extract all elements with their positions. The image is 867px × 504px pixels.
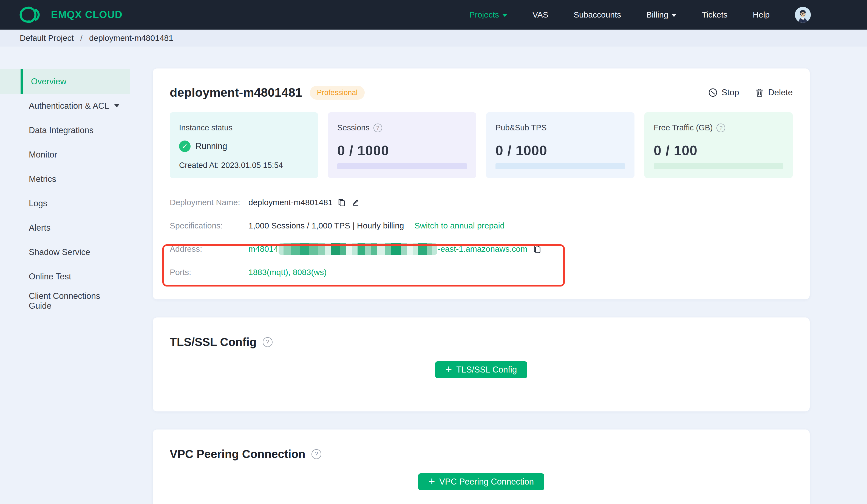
- deployment-name-value: deployment-m4801481: [248, 198, 333, 207]
- sidebar-item-online-test[interactable]: Online Test: [0, 264, 130, 289]
- edit-pencil-icon[interactable]: [351, 198, 360, 207]
- top-navigation-bar: EMQX CLOUD Projects VAS Subaccounts Bill…: [0, 0, 867, 30]
- chevron-down-icon: [114, 105, 119, 107]
- running-check-icon: ✓: [179, 141, 191, 152]
- status-running-text: Running: [195, 141, 227, 151]
- sidebar-item-label: Monitor: [29, 150, 57, 160]
- nav-item-label: VAS: [533, 10, 548, 20]
- switch-annual-prepaid-link[interactable]: Switch to annual prepaid: [415, 221, 505, 230]
- deployment-name-label: Deployment Name:: [170, 198, 248, 207]
- stop-button[interactable]: Stop: [708, 88, 739, 98]
- sidebar-item-label: Alerts: [29, 223, 51, 233]
- free-traffic-label: Free Traffic (GB): [654, 123, 713, 132]
- sidebar-item-label: Metrics: [29, 174, 56, 184]
- pubsub-tps-label: Pub&Sub TPS: [495, 123, 546, 132]
- stop-label: Stop: [722, 88, 739, 98]
- address-label: Address:: [170, 244, 248, 254]
- pubsub-tps-card: Pub&Sub TPS 0 / 1000: [486, 112, 634, 178]
- nav-items: Projects VAS Subaccounts Billing Tickets…: [469, 7, 811, 23]
- ports-row: Ports: 1883(mqtt), 8083(ws): [170, 265, 793, 279]
- help-icon[interactable]: ?: [373, 123, 382, 132]
- nav-item-tickets[interactable]: Tickets: [702, 10, 727, 20]
- add-vpc-peering-button[interactable]: + VPC Peering Connection: [418, 473, 544, 490]
- specifications-label: Specifications:: [170, 221, 248, 230]
- breadcrumb: Default Project / deployment-m4801481: [0, 30, 867, 46]
- sidebar-item-label: Authentication & ACL: [29, 101, 109, 111]
- sidebar-item-alerts[interactable]: Alerts: [0, 216, 130, 240]
- sidebar-item-label: Shadow Service: [29, 247, 90, 257]
- vpc-button-label: VPC Peering Connection: [439, 477, 534, 487]
- sidebar-item-authentication-acl[interactable]: Authentication & ACL: [0, 94, 130, 118]
- main-content: deployment-m4801481 Professional Stop: [153, 46, 867, 504]
- copy-icon[interactable]: [337, 198, 346, 207]
- tls-ssl-config-card: TLS/SSL Config ? + TLS/SSL Config: [153, 317, 810, 412]
- plan-badge: Professional: [310, 86, 365, 100]
- sidebar-item-client-connections-guide[interactable]: Client Connections Guide: [0, 289, 130, 313]
- sessions-value: 0 / 1000: [337, 143, 467, 158]
- specifications-value: 1,000 Sessions / 1,000 TPS | Hourly bill…: [248, 221, 404, 230]
- deployment-name-row: Deployment Name: deployment-m4801481: [170, 196, 793, 209]
- sidebar-item-logs[interactable]: Logs: [0, 191, 130, 216]
- nav-item-billing[interactable]: Billing: [646, 10, 676, 20]
- delete-button[interactable]: Delete: [755, 88, 793, 98]
- nav-item-help[interactable]: Help: [753, 10, 770, 20]
- sidebar-item-label: Client Connections Guide: [29, 291, 119, 311]
- help-icon[interactable]: ?: [716, 123, 725, 132]
- tls-section-title: TLS/SSL Config: [170, 336, 257, 349]
- instance-status-card: Instance status ✓ Running Created At: 20…: [170, 112, 318, 178]
- free-traffic-progress-bar: [654, 163, 783, 169]
- nav-item-label: Projects: [469, 10, 499, 20]
- sidebar-item-shadow-service[interactable]: Shadow Service: [0, 240, 130, 264]
- sidebar-item-label: Data Integrations: [29, 125, 94, 135]
- plus-icon: +: [429, 476, 435, 487]
- deployment-title: deployment-m4801481: [170, 86, 302, 100]
- sessions-label: Sessions: [337, 123, 370, 132]
- breadcrumb-deployment: deployment-m4801481: [89, 33, 173, 43]
- help-icon[interactable]: ?: [263, 337, 272, 347]
- trash-icon: [755, 88, 764, 98]
- nav-item-label: Help: [753, 10, 770, 20]
- vpc-section-title: VPC Peering Connection: [170, 448, 306, 461]
- address-prefix: m48014: [248, 244, 278, 254]
- deployment-details: Deployment Name: deployment-m4801481: [153, 196, 810, 279]
- delete-label: Delete: [768, 88, 793, 98]
- brand-name: EMQX CLOUD: [51, 9, 122, 21]
- deployment-overview-card: deployment-m4801481 Professional Stop: [153, 68, 810, 299]
- nav-item-subaccounts[interactable]: Subaccounts: [574, 10, 621, 20]
- breadcrumb-project[interactable]: Default Project: [20, 33, 74, 43]
- free-traffic-card: Free Traffic (GB) ? 0 / 100: [644, 112, 793, 178]
- sidebar-item-overview[interactable]: Overview: [0, 69, 130, 94]
- sidebar-item-label: Online Test: [29, 272, 71, 282]
- nav-item-label: Tickets: [702, 10, 727, 20]
- nav-item-vas[interactable]: VAS: [533, 10, 548, 20]
- specifications-row: Specifications: 1,000 Sessions / 1,000 T…: [170, 219, 793, 232]
- tls-button-label: TLS/SSL Config: [456, 365, 517, 375]
- sidebar-item-monitor[interactable]: Monitor: [0, 142, 130, 167]
- add-tls-ssl-config-button[interactable]: + TLS/SSL Config: [435, 361, 527, 378]
- ports-label: Ports:: [170, 267, 248, 277]
- nav-item-label: Subaccounts: [574, 10, 621, 20]
- address-row: Address: m48014 -east-1.amazonaws.com: [170, 242, 793, 256]
- stop-circle-icon: [708, 88, 718, 98]
- pubsub-progress-bar: [495, 163, 625, 169]
- created-at-text: Created At: 2023.01.05 15:54: [179, 161, 309, 170]
- ports-value: 1883(mqtt), 8083(ws): [248, 267, 327, 277]
- address-redacted-blur: [279, 243, 437, 255]
- nav-item-projects[interactable]: Projects: [469, 10, 507, 20]
- sidebar-item-label: Logs: [29, 199, 47, 208]
- brand: EMQX CLOUD: [19, 6, 122, 24]
- sidebar-item-data-integrations[interactable]: Data Integrations: [0, 118, 130, 142]
- sidebar-item-metrics[interactable]: Metrics: [0, 167, 130, 191]
- sidebar-item-label: Overview: [31, 77, 66, 87]
- address-suffix: -east-1.amazonaws.com: [438, 244, 527, 254]
- free-traffic-value: 0 / 100: [654, 143, 783, 158]
- sessions-card: Sessions ? 0 / 1000: [328, 112, 476, 178]
- avatar-person-icon: [795, 7, 811, 23]
- help-icon[interactable]: ?: [311, 449, 321, 459]
- nav-item-label: Billing: [646, 10, 668, 20]
- sidebar: Overview Authentication & ACL Data Integ…: [0, 46, 153, 313]
- copy-icon[interactable]: [532, 244, 542, 254]
- sessions-progress-bar: [337, 163, 467, 169]
- chevron-down-icon: [502, 14, 507, 17]
- user-avatar[interactable]: [795, 7, 811, 23]
